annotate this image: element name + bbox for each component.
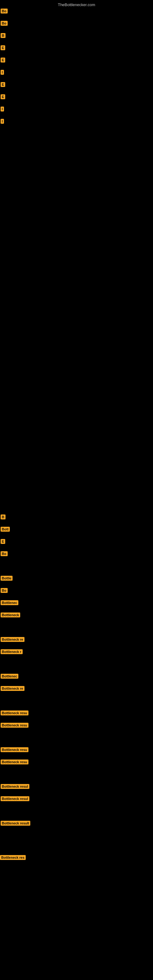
badge-10: I <box>1 119 4 124</box>
badge-14: Bo <box>1 551 8 556</box>
badge-6: I <box>1 70 4 75</box>
badge-2: Bo <box>1 21 8 26</box>
badge-17: Bottlenec <box>1 600 18 605</box>
badge-18: Bottleneck <box>1 612 20 617</box>
badge-24: Bottleneck resu <box>1 723 29 728</box>
badge-22: Bottleneck re <box>1 686 24 691</box>
badge-9: I <box>1 107 4 111</box>
badge-4: E <box>1 45 5 50</box>
badge-12: Bott <box>1 527 10 531</box>
badge-28: Bottleneck resul <box>1 796 29 801</box>
badge-1: Bo <box>1 9 8 13</box>
badge-19: Bottleneck re <box>1 637 24 642</box>
badge-21: Bottlenec <box>1 674 18 679</box>
badge-25: Bottleneck resu <box>1 747 29 752</box>
badge-27: Bottleneck resul <box>1 784 29 789</box>
badge-29: Bottleneck result <box>1 821 30 826</box>
badge-11: B <box>1 514 5 519</box>
badge-16: Bo <box>1 588 8 593</box>
badge-20: Bottleneck r <box>1 649 22 654</box>
badge-15: Bottle <box>1 576 13 581</box>
badge-23: Bottleneck resu <box>1 711 29 715</box>
badge-8: E <box>1 94 5 99</box>
badge-26: Bottleneck resu <box>1 759 29 764</box>
badge-7: E <box>1 82 5 87</box>
badge-3: B <box>1 33 5 38</box>
badge-5: E <box>1 57 5 62</box>
site-title: TheBottlenecker.com <box>58 2 95 7</box>
badge-30: Bottleneck res <box>0 855 26 860</box>
badge-13: E <box>1 539 5 544</box>
